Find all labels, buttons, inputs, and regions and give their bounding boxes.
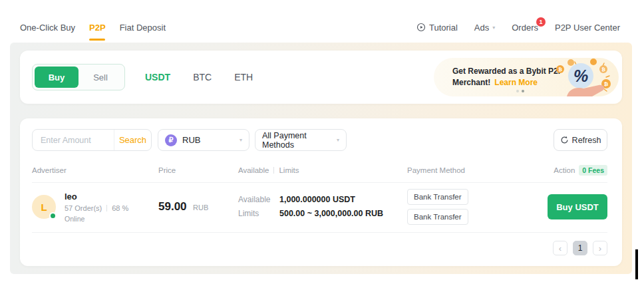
percent-hand-illustration: ₿ ₿ ₿ % bbox=[544, 58, 613, 96]
fiat-code: RUB bbox=[182, 135, 200, 145]
buy-sell-toggle: Buy Sell bbox=[32, 64, 125, 90]
online-status-dot bbox=[49, 212, 57, 219]
filter-bar: Search ₽ RUB ▾ All Payment Methods ▾ Ref… bbox=[32, 129, 607, 151]
col-payment-method: Payment Method bbox=[407, 166, 521, 174]
market-header-card: Buy Sell USDT BTC ETH Get Rewarded as a … bbox=[20, 51, 622, 104]
price-currency: RUB bbox=[193, 204, 208, 212]
top-navigation: One-Click Buy P2P Fiat Deposit Tutorial … bbox=[20, 19, 620, 36]
limits-range: 500.00 ~ 3,000,000.00 RUB bbox=[279, 209, 383, 218]
divider bbox=[32, 232, 607, 233]
available-limits-cell: Available1,000.000000 USDT Limits500.00 … bbox=[238, 193, 407, 221]
merchant-promo-banner[interactable]: Get Rewarded as a Bybit P2P Merchant!Lea… bbox=[434, 58, 619, 96]
carousel-dot[interactable] bbox=[522, 90, 524, 92]
tab-p2p[interactable]: P2P bbox=[89, 23, 106, 33]
refresh-button[interactable]: Refresh bbox=[554, 129, 607, 151]
col-price: Price bbox=[158, 166, 238, 174]
zero-fees-badge: 0 Fees bbox=[579, 165, 607, 176]
carousel-dots[interactable] bbox=[516, 90, 524, 92]
advertiser-name[interactable]: leo bbox=[65, 192, 128, 202]
page-tabs: One-Click Buy P2P Fiat Deposit bbox=[20, 23, 166, 33]
ruble-icon: ₽ bbox=[165, 134, 177, 146]
col-action: Action 0 Fees bbox=[554, 165, 607, 176]
advertiser-avatar[interactable]: L bbox=[32, 195, 56, 219]
carousel-dot[interactable] bbox=[516, 90, 519, 92]
available-amount: 1,000.000000 USDT bbox=[279, 195, 355, 204]
fiat-currency-select[interactable]: ₽ RUB ▾ bbox=[158, 129, 249, 151]
learn-more-link[interactable]: Learn More bbox=[494, 78, 538, 87]
advertiser-info: leo 57 Order(s) 68 % Online bbox=[65, 192, 128, 223]
col-advertiser: Advertiser bbox=[32, 166, 158, 174]
tab-eth[interactable]: ETH bbox=[234, 72, 253, 82]
chevron-down-icon: ▾ bbox=[492, 25, 495, 31]
advertiser-stats: 57 Order(s) 68 % bbox=[65, 204, 128, 212]
page-1-button[interactable]: 1 bbox=[573, 241, 587, 255]
svg-text:₿: ₿ bbox=[604, 81, 609, 87]
available-line: Available1,000.000000 USDT bbox=[238, 193, 407, 207]
completion-rate: 68 % bbox=[112, 204, 128, 212]
price-cell: 59.00 RUB bbox=[158, 200, 238, 213]
tab-usdt[interactable]: USDT bbox=[145, 72, 170, 82]
online-status-label: Online bbox=[65, 215, 128, 223]
prev-page-button[interactable]: ‹ bbox=[553, 241, 567, 255]
tab-one-click-buy[interactable]: One-Click Buy bbox=[20, 23, 75, 33]
nav-utilities: Tutorial Ads ▾ Orders 1 P2P User Center bbox=[416, 23, 620, 33]
payment-method-select[interactable]: All Payment Methods ▾ bbox=[255, 129, 347, 151]
orders-label: Orders bbox=[512, 23, 538, 33]
refresh-label: Refresh bbox=[572, 136, 601, 145]
svg-text:₿: ₿ bbox=[601, 67, 605, 72]
offers-card: Search ₽ RUB ▾ All Payment Methods ▾ Ref… bbox=[20, 118, 622, 266]
p2p-user-center-link[interactable]: P2P User Center bbox=[555, 23, 620, 33]
tab-fiat-deposit[interactable]: Fiat Deposit bbox=[120, 23, 166, 33]
refresh-icon bbox=[560, 136, 569, 144]
payment-method-value: All Payment Methods bbox=[262, 131, 337, 150]
col-available-limits: Available Limits bbox=[238, 166, 407, 174]
next-page-button[interactable]: › bbox=[593, 241, 607, 255]
orders-link[interactable]: Orders 1 bbox=[512, 23, 538, 33]
ads-label: Ads bbox=[474, 23, 489, 33]
tutorial-link[interactable]: Tutorial bbox=[416, 23, 458, 33]
pagination: ‹ 1 › bbox=[553, 241, 607, 255]
buy-usdt-button[interactable]: Buy USDT bbox=[548, 194, 607, 219]
tab-btc[interactable]: BTC bbox=[193, 72, 212, 82]
divider bbox=[273, 167, 274, 174]
orders-count-badge: 1 bbox=[536, 17, 546, 27]
svg-text:%: % bbox=[573, 67, 588, 85]
coin-tabs: USDT BTC ETH bbox=[145, 51, 253, 104]
buy-toggle-button[interactable]: Buy bbox=[35, 67, 79, 88]
table-header: Advertiser Price Available Limits Paymen… bbox=[20, 164, 622, 177]
tutorial-icon bbox=[416, 23, 426, 32]
amount-input[interactable] bbox=[33, 136, 114, 145]
text-cursor-artifact bbox=[635, 249, 638, 279]
tutorial-label: Tutorial bbox=[429, 23, 458, 33]
chevron-down-icon: ▾ bbox=[240, 137, 242, 143]
amount-search-box: Search bbox=[32, 129, 152, 151]
action-cell: Buy USDT bbox=[548, 194, 607, 219]
payment-method-tag: Bank Transfer bbox=[407, 189, 468, 205]
price-value: 59.00 bbox=[158, 200, 187, 213]
payment-methods-cell: Bank Transfer Bank Transfer bbox=[407, 189, 521, 225]
sell-toggle-button[interactable]: Sell bbox=[79, 67, 122, 88]
offer-row: L leo 57 Order(s) 68 % Online 59.00 RUB bbox=[20, 183, 622, 231]
search-button[interactable]: Search bbox=[114, 130, 151, 150]
divider bbox=[106, 205, 107, 212]
order-count: 57 Order(s) bbox=[65, 204, 102, 212]
advertiser-cell: L leo 57 Order(s) 68 % Online bbox=[32, 192, 158, 223]
content-background: Buy Sell USDT BTC ETH Get Rewarded as a … bbox=[10, 43, 632, 274]
ads-menu[interactable]: Ads ▾ bbox=[474, 23, 495, 33]
limits-line: Limits500.00 ~ 3,000,000.00 RUB bbox=[238, 207, 407, 221]
payment-method-tag: Bank Transfer bbox=[407, 209, 468, 225]
chevron-down-icon: ▾ bbox=[337, 137, 339, 143]
svg-text:₿: ₿ bbox=[558, 67, 562, 72]
